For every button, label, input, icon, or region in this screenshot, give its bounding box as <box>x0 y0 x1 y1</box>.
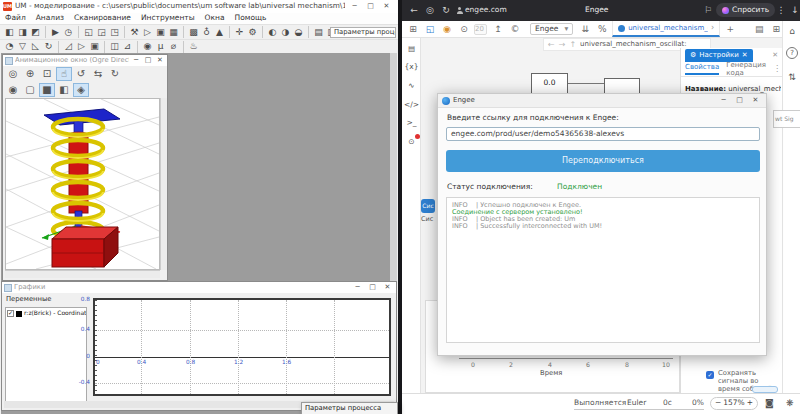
new-tab-button[interactable]: + <box>723 22 737 36</box>
debug-icon[interactable]: ❋ <box>786 398 794 408</box>
page-run-icon[interactable]: ▷ <box>141 26 154 39</box>
panel-menu-icon[interactable]: ⋮ <box>773 64 781 73</box>
download-icon[interactable]: ↓ <box>787 5 800 15</box>
dialog-titlebar[interactable]: Engee ─ □ ✕ <box>438 94 766 108</box>
variable-item[interactable]: ✓ r:z(Brick) - Coordinates of ... <box>6 308 86 319</box>
zoom-out-button[interactable]: − <box>715 399 721 408</box>
dialog-maximize-button[interactable]: □ <box>733 95 746 106</box>
rotate-icon[interactable]: ↻ <box>107 67 123 81</box>
system-tab-icon[interactable]: Сис <box>421 199 435 213</box>
um-minimize-button[interactable]: ─ <box>348 1 361 12</box>
move-icon[interactable]: ✛ <box>233 26 246 39</box>
partial-button[interactable] <box>752 386 778 393</box>
open-model-icon[interactable]: ◧ <box>3 26 16 39</box>
connection-url-input[interactable]: engee.com/prod/user/demo54365638-alexevs <box>446 127 760 141</box>
mu-icon[interactable]: µ <box>154 40 167 53</box>
oscillator-3d-view[interactable] <box>5 98 160 270</box>
visibility-icon[interactable]: ◉ <box>5 83 21 97</box>
save-icon[interactable]: ◩ <box>29 26 42 39</box>
search-icon[interactable]: ⊙ <box>405 136 418 149</box>
save-signals-checkbox[interactable]: ✓ <box>706 371 714 379</box>
animation-close-button[interactable]: ✕ <box>155 55 165 66</box>
pause-icon[interactable]: ▶ <box>49 26 62 39</box>
plots-icon[interactable]: ∿ <box>405 80 418 93</box>
panel-close-icon[interactable]: ✕ <box>772 51 778 59</box>
um-maximize-button[interactable]: □ <box>364 1 377 12</box>
tab-scroll-icon[interactable]: › <box>711 23 714 32</box>
animation-maximize-button[interactable]: □ <box>143 55 153 66</box>
animation-minimize-button[interactable]: ─ <box>131 55 141 66</box>
tab-properties[interactable]: Свойства <box>685 63 719 75</box>
model-breadcrumb[interactable]: universal_mechanism_oscillat: <box>580 40 687 48</box>
windows-icon[interactable]: ◫ <box>108 40 121 53</box>
steps-input[interactable]: 20 <box>474 24 487 35</box>
window-3-icon[interactable]: ◳ <box>108 26 121 39</box>
record-icon[interactable]: ⊙ <box>457 22 471 36</box>
home-icon[interactable]: ⌂ <box>786 25 798 37</box>
shaded-cube-icon[interactable]: ◧ <box>56 83 72 97</box>
pyramid-icon[interactable]: ▲ <box>213 26 226 39</box>
um-plot-area[interactable]: 0 0.4 0.8 1.2 1.6 <box>93 298 391 396</box>
copyright-icon[interactable]: © <box>508 22 522 36</box>
camera-icon[interactable]: ◙ <box>765 398 774 408</box>
wireframe-cube-icon[interactable]: ▢ <box>22 83 38 97</box>
angle-icon[interactable]: ◺ <box>29 40 42 53</box>
solid-cube-icon[interactable]: ■ <box>39 83 55 97</box>
window-1-icon[interactable]: ◱ <box>82 26 95 39</box>
undo-icon[interactable]: ↻ <box>42 40 55 53</box>
window-2-icon[interactable]: ◲ <box>95 26 108 39</box>
collapse-icon[interactable]: ⇊ <box>578 22 592 36</box>
menu-scanning[interactable]: Сканирование <box>74 14 131 23</box>
flask-icon[interactable]: ♨ <box>187 40 200 53</box>
link-icon[interactable]: % <box>595 22 609 36</box>
partial-block-2[interactable] <box>604 78 640 94</box>
um-close-button[interactable]: ✕ <box>380 1 393 12</box>
graphs-minimize-button[interactable]: ─ <box>351 282 364 293</box>
target-icon[interactable]: ◉ <box>141 40 154 53</box>
url-text[interactable]: engee.com <box>465 6 507 15</box>
run-icon[interactable]: ◉ <box>440 22 454 36</box>
nav-up-icon[interactable]: ↑ <box>569 40 576 49</box>
object-3-icon[interactable]: ◒ <box>292 26 305 39</box>
tools-icon[interactable]: ⚙ <box>246 26 259 39</box>
um-titlebar[interactable]: UM UM - моделирование - c:\users\public\… <box>0 0 398 13</box>
dialog-minimize-button[interactable]: ─ <box>717 95 730 106</box>
model-tab[interactable]: universal_mechanism_oscilla › <box>612 21 720 37</box>
fly-icon[interactable]: ⇆ <box>90 67 106 81</box>
variables-icon[interactable]: {x} <box>405 61 418 74</box>
pan-hand-icon[interactable]: ☝ <box>56 67 72 81</box>
menu-analysis[interactable]: Анализ <box>36 14 64 23</box>
dialog-close-button[interactable]: ✕ <box>749 95 762 106</box>
select-icon[interactable]: ◎ <box>5 67 21 81</box>
zoom-in-button[interactable]: + <box>747 399 753 408</box>
animation-vscrollbar[interactable] <box>160 98 167 270</box>
doc-run-icon[interactable]: ▷ <box>75 40 88 53</box>
reconnect-button[interactable]: Переподключиться <box>446 150 760 172</box>
table-2-icon[interactable]: ▤ <box>312 26 325 39</box>
ruler-icon[interactable]: ◿ <box>62 40 75 53</box>
publish-icon[interactable]: ↥ <box>491 22 505 36</box>
process-parameters-box[interactable]: Параметры процесса <box>330 27 396 38</box>
browser-reload-blocked-icon[interactable]: ◎ <box>422 5 438 15</box>
menu-help[interactable]: Помощь <box>235 14 267 23</box>
tab-codegen[interactable]: Генерация кода <box>726 61 766 77</box>
animation-titlebar[interactable]: Анимационное окно (Ogre Direct9) ─ □ ✕ <box>3 55 167 66</box>
orbit-icon[interactable]: ↺ <box>73 67 89 81</box>
table-icon[interactable]: ▦ <box>167 26 180 39</box>
animation-hscrollbar[interactable] <box>5 270 160 278</box>
browser-refresh-icon[interactable]: ↻ <box>438 5 454 15</box>
menu-file[interactable]: Файл <box>5 14 26 23</box>
library-icon[interactable]: ⊞ <box>406 22 420 36</box>
variable-checkbox[interactable]: ✓ <box>7 310 14 317</box>
help-icon[interactable]: ? <box>786 47 798 59</box>
pedestrian-icon[interactable]: ⚒ <box>128 26 141 39</box>
graphs-maximize-button[interactable]: □ <box>366 282 379 293</box>
profile-icon[interactable] <box>456 7 463 14</box>
object-2-icon[interactable]: ◑ <box>279 26 292 39</box>
perspective-icon[interactable]: ◈ <box>73 83 89 97</box>
zoom-region-icon[interactable]: ⊡ <box>39 67 55 81</box>
object-1-icon[interactable]: ◐ <box>266 26 279 39</box>
filter-icon[interactable]: ▽ <box>16 40 29 53</box>
journal-icon[interactable]: ▤ <box>752 22 766 36</box>
mdi-scrollbar[interactable] <box>390 53 397 281</box>
